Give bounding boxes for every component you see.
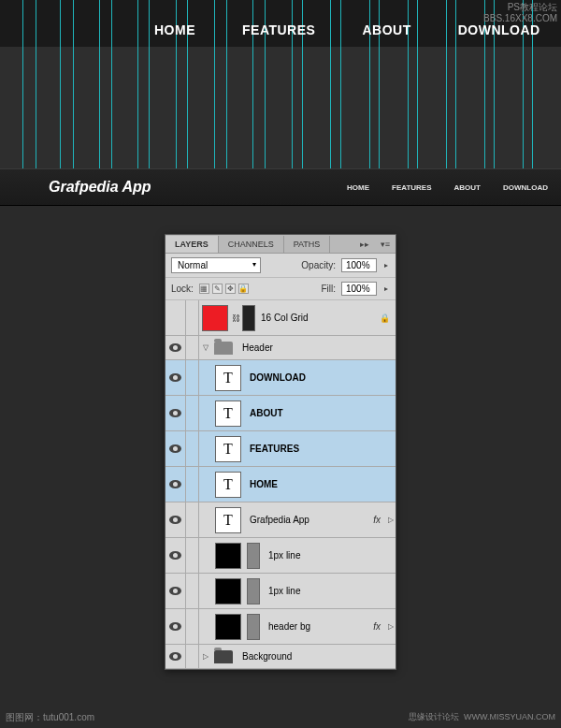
fx-badge[interactable]: fx — [373, 621, 384, 632]
watermark-top: PS教程论坛 BBS.16XX8.COM — [483, 2, 557, 24]
layer-app-title[interactable]: T Grafpedia App fx ▷ — [165, 502, 396, 538]
panel-tabs: LAYERS CHANNELS PATHS ▸▸ ▾≡ — [165, 235, 396, 254]
layer-thumb — [215, 578, 241, 604]
visibility-toggle[interactable] — [165, 467, 186, 502]
opacity-input[interactable]: 100% — [341, 258, 377, 272]
layer-1pxline-2[interactable]: 1px line — [165, 574, 396, 609]
nav-features[interactable]: FEATURES — [242, 22, 315, 37]
layer-name: 1px line — [263, 586, 396, 596]
blend-opacity-row: Normal Opacity: 100% ▸ — [165, 254, 396, 278]
layer-thumb — [202, 305, 228, 331]
layer-list: ⛓ 16 Col Grid 🔒 ▽ Header T DOWNLOAD — [165, 300, 396, 669]
layer-download[interactable]: T DOWNLOAD — [165, 360, 396, 396]
visibility-toggle[interactable] — [165, 502, 186, 537]
nav-download[interactable]: DOWNLOAD — [458, 22, 540, 37]
fx-disclosure-icon[interactable]: ▷ — [384, 516, 396, 524]
vector-mask-thumb — [247, 543, 260, 569]
fx-disclosure-icon[interactable]: ▷ — [384, 622, 396, 631]
layer-name: HOME — [244, 479, 396, 489]
lock-icon: 🔒 — [380, 313, 396, 323]
opacity-label: Opacity: — [301, 260, 336, 270]
vector-mask-thumb — [247, 614, 260, 640]
fill-input[interactable]: 100% — [341, 282, 377, 296]
layer-group-header[interactable]: ▽ Header — [165, 336, 396, 360]
hnav-features[interactable]: FEATURES — [392, 183, 432, 192]
layer-name: ABOUT — [244, 408, 396, 418]
visibility-toggle[interactable] — [165, 538, 186, 573]
vector-mask-thumb — [247, 578, 260, 604]
top-mockup: HOME FEATURES ABOUT DOWNLOAD — [0, 0, 561, 168]
tab-channels[interactable]: CHANNELS — [219, 236, 284, 253]
visibility-toggle[interactable] — [165, 645, 186, 668]
header-bar: Grafpedia App HOME FEATURES ABOUT DOWNLO… — [0, 168, 561, 206]
fill-label: Fill: — [321, 284, 336, 294]
layer-name: Background — [237, 651, 396, 662]
layer-home[interactable]: T HOME — [165, 467, 396, 502]
layer-about[interactable]: T ABOUT — [165, 396, 396, 431]
blend-mode-dropdown[interactable]: Normal — [171, 257, 261, 273]
visibility-toggle[interactable] — [165, 609, 186, 644]
header-title: Grafpedia App — [49, 179, 151, 196]
layer-features[interactable]: T FEATURES — [165, 431, 396, 467]
visibility-toggle[interactable] — [165, 574, 186, 608]
opacity-flyout-icon[interactable]: ▸ — [382, 261, 390, 269]
visibility-toggle[interactable] — [165, 360, 186, 395]
nav-home[interactable]: HOME — [154, 22, 195, 37]
mask-thumb — [242, 305, 255, 331]
watermark-bl: 图图网：tutu001.com — [6, 711, 94, 724]
visibility-toggle[interactable] — [165, 300, 186, 335]
lock-all-icon[interactable]: 🔒 — [238, 284, 249, 294]
layer-1pxline-1[interactable]: 1px line — [165, 538, 396, 574]
visibility-toggle[interactable] — [165, 336, 186, 359]
layer-name: Header — [237, 342, 396, 353]
layer-name: header bg — [263, 621, 373, 632]
hnav-home[interactable]: HOME — [347, 183, 369, 192]
watermark-br: 思缘设计论坛 WWW.MISSYUAN.COM — [409, 711, 555, 724]
lock-fill-row: Lock: ▦ ✎ ✥ 🔒 Fill: 100% ▸ — [165, 278, 396, 300]
watermarks-bottom: 图图网：tutu001.com 思缘设计论坛 WWW.MISSYUAN.COM — [0, 711, 561, 724]
fx-badge[interactable]: fx — [373, 515, 384, 525]
text-layer-icon: T — [215, 472, 241, 498]
layer-name: DOWNLOAD — [244, 372, 396, 383]
hnav-download[interactable]: DOWNLOAD — [503, 183, 548, 192]
layer-name: Grafpedia App — [244, 515, 373, 525]
text-layer-icon: T — [215, 400, 241, 427]
layer-name: FEATURES — [244, 444, 396, 454]
link-icon: ⛓ — [231, 313, 240, 323]
nav-about[interactable]: ABOUT — [362, 22, 410, 37]
header-nav: HOME FEATURES ABOUT DOWNLOAD — [347, 183, 548, 192]
lock-label: Lock: — [171, 284, 194, 294]
lock-pixels-icon[interactable]: ✎ — [212, 284, 223, 294]
visibility-toggle[interactable] — [165, 396, 186, 430]
folder-icon — [213, 648, 234, 665]
lock-transparent-icon[interactable]: ▦ — [199, 284, 209, 294]
folder-icon — [213, 340, 234, 357]
panel-collapse-icon[interactable]: ▸▸ — [354, 240, 375, 249]
top-nav: HOME FEATURES ABOUT DOWNLOAD — [0, 22, 561, 37]
disclosure-icon[interactable]: ▷ — [199, 652, 210, 661]
layer-name: 1px line — [263, 550, 396, 561]
text-layer-icon: T — [215, 507, 241, 533]
text-layer-icon: T — [215, 436, 241, 462]
layer-header-bg[interactable]: header bg fx ▷ — [165, 609, 396, 645]
layer-background[interactable]: ▷ Background — [165, 645, 396, 669]
tab-layers[interactable]: LAYERS — [165, 236, 219, 253]
hnav-about[interactable]: ABOUT — [454, 183, 481, 192]
lock-position-icon[interactable]: ✥ — [225, 284, 236, 294]
layer-grid[interactable]: ⛓ 16 Col Grid 🔒 — [165, 300, 396, 336]
layer-thumb — [215, 614, 241, 640]
layer-thumb — [215, 543, 241, 569]
tab-paths[interactable]: PATHS — [284, 236, 331, 253]
disclosure-icon[interactable]: ▽ — [199, 343, 210, 352]
panel-menu-icon[interactable]: ▾≡ — [375, 240, 396, 249]
fill-flyout-icon[interactable]: ▸ — [382, 284, 390, 293]
text-layer-icon: T — [215, 365, 241, 391]
layers-panel: LAYERS CHANNELS PATHS ▸▸ ▾≡ Normal Opaci… — [165, 234, 396, 670]
visibility-toggle[interactable] — [165, 431, 186, 466]
layer-name: 16 Col Grid — [255, 313, 380, 323]
